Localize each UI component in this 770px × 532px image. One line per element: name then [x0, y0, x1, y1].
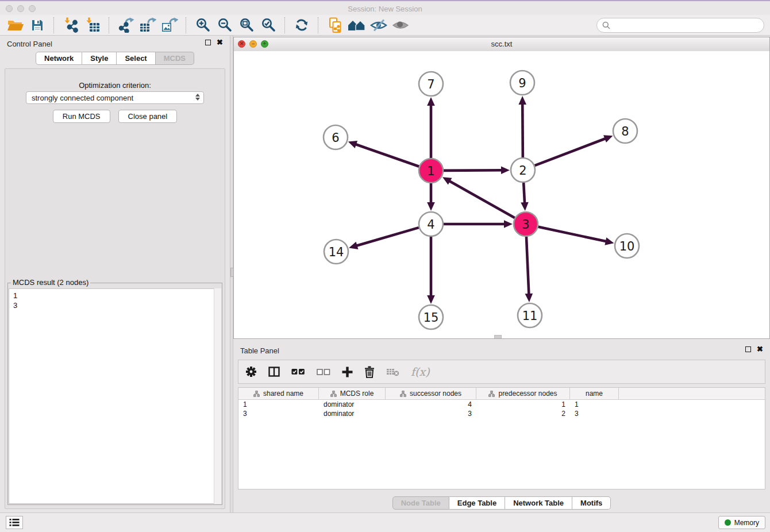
float-panel-icon[interactable] — [205, 40, 211, 45]
zoom-out-button[interactable] — [215, 17, 234, 34]
dropdown-stepper-icon — [195, 94, 200, 101]
tab-edge-table[interactable]: Edge Table — [449, 496, 505, 510]
arrowhead-icon — [525, 294, 533, 302]
node-table[interactable]: shared nameMCDS rolesuccessor nodesprede… — [238, 387, 765, 489]
close-panel-button[interactable]: Close panel — [118, 110, 178, 123]
column-label: predecessor nodes — [498, 390, 557, 398]
tab-select[interactable]: Select — [117, 52, 155, 65]
clone-network-button[interactable] — [325, 17, 345, 34]
export-network-icon — [117, 17, 134, 33]
mcds-result-text[interactable]: 1 3 — [9, 288, 221, 504]
search-input[interactable] — [613, 19, 764, 32]
edge-3-10[interactable] — [538, 227, 607, 242]
edge-3-1[interactable] — [448, 180, 514, 218]
export-table-button[interactable] — [138, 17, 157, 34]
network-window-titlebar[interactable]: ✕ – + scc.txt — [234, 37, 769, 52]
memory-button[interactable]: Memory — [718, 516, 765, 529]
zoom-fit-icon — [239, 17, 255, 33]
export-network-button[interactable] — [116, 17, 136, 34]
save-session-button[interactable] — [28, 17, 47, 34]
delete-row-trash-icon[interactable] — [364, 366, 375, 378]
open-session-button[interactable] — [6, 17, 25, 34]
table-cell[interactable]: 4 — [386, 400, 476, 409]
column-header-shared-name[interactable]: shared name — [238, 388, 319, 399]
table-row[interactable]: 1dominator411 — [238, 400, 765, 409]
close-panel-icon[interactable]: ✖ — [217, 39, 223, 46]
import-network-button[interactable] — [61, 17, 80, 34]
control-panel-title: Control Panel — [7, 40, 52, 48]
arrowhead-icon — [427, 202, 435, 211]
add-row-icon[interactable] — [342, 367, 353, 377]
clone-network-icon — [328, 17, 343, 33]
column-header-successor-nodes[interactable]: successor nodes — [386, 388, 476, 399]
arrowhead-icon — [504, 220, 513, 228]
export-image-button[interactable] — [160, 17, 179, 34]
edge-2-9[interactable] — [522, 103, 523, 157]
network-canvas[interactable]: 7968124314101511 — [234, 51, 769, 338]
column-label: shared name — [263, 390, 303, 398]
table-cell[interactable]: 3 — [238, 409, 319, 418]
column-chooser-icon[interactable] — [268, 367, 280, 377]
control-panel-tabs: NetworkStyleSelectMCDS — [0, 52, 230, 65]
tab-network-table[interactable]: Network Table — [505, 496, 572, 510]
import-table-button[interactable] — [83, 17, 102, 34]
tab-network[interactable]: Network — [36, 52, 82, 65]
tab-mcds[interactable]: MCDS — [156, 52, 194, 65]
tab-style[interactable]: Style — [82, 52, 117, 65]
result-scrollbar[interactable] — [214, 288, 221, 504]
import-table-icon — [84, 17, 101, 33]
float-table-panel-icon[interactable] — [745, 346, 751, 352]
column-label: successor nodes — [410, 390, 461, 398]
search-box[interactable] — [596, 18, 764, 33]
table-cell[interactable]: 2 — [476, 409, 570, 418]
table-row[interactable]: 3dominator323 — [238, 409, 765, 418]
edge-1-2[interactable] — [444, 170, 503, 171]
table-cell[interactable]: 1 — [238, 400, 319, 409]
open-folder-icon — [7, 18, 24, 32]
settings-gear-icon[interactable] — [245, 366, 257, 377]
column-header-MCDS-role[interactable]: MCDS role — [319, 388, 386, 399]
column-header-predecessor-nodes[interactable]: predecessor nodes — [476, 388, 570, 399]
table-panel: Table Panel ✖ — [233, 342, 770, 512]
task-history-button[interactable] — [6, 516, 23, 529]
criterion-value: strongly connected component — [32, 94, 133, 102]
run-mcds-button[interactable]: Run MCDS — [53, 110, 110, 123]
edge-3-11[interactable] — [526, 237, 529, 295]
zoom-in-button[interactable] — [193, 17, 213, 34]
edge-4-14[interactable] — [356, 228, 419, 246]
edge-1-6[interactable] — [355, 144, 419, 167]
table-cell[interactable]: 3 — [570, 409, 619, 418]
network-graph[interactable]: 7968124314101511 — [234, 51, 769, 338]
refresh-button[interactable] — [292, 17, 311, 34]
column-header-name[interactable]: name — [570, 388, 619, 399]
select-all-icon[interactable] — [291, 368, 305, 375]
table-cell[interactable]: dominator — [319, 409, 386, 418]
arrowhead-icon — [521, 202, 529, 211]
delete-table-icon[interactable] — [386, 367, 399, 376]
sort-tree-icon — [330, 391, 337, 397]
table-cell[interactable]: 1 — [570, 400, 619, 409]
arrowhead-icon — [427, 295, 435, 304]
node-label-15: 15 — [424, 311, 439, 325]
edge-2-8[interactable] — [535, 138, 607, 165]
table-cell[interactable]: 3 — [386, 409, 476, 418]
criterion-dropdown[interactable]: strongly connected component — [26, 91, 204, 104]
horizontal-splitter-handle[interactable] — [494, 335, 502, 338]
table-cell[interactable]: 1 — [476, 400, 570, 409]
export-image-icon — [161, 17, 178, 33]
tab-motifs[interactable]: Motifs — [572, 496, 611, 510]
tab-node-table[interactable]: Node Table — [392, 496, 449, 510]
arrowhead-icon — [518, 96, 526, 105]
close-table-panel-icon[interactable]: ✖ — [757, 346, 763, 353]
houses-button[interactable] — [347, 17, 367, 34]
hide-eye-button[interactable] — [369, 17, 388, 34]
deselect-all-icon[interactable] — [317, 369, 330, 375]
zoom-fit-button[interactable] — [237, 17, 256, 34]
zoom-out-icon — [217, 17, 233, 33]
edge-2-3[interactable] — [523, 183, 525, 204]
zoom-selected-button[interactable] — [259, 17, 278, 34]
optimization-criterion-label: Optimization criterion: — [5, 81, 225, 90]
function-builder-icon[interactable]: f(x) — [411, 365, 430, 378]
table-cell[interactable]: dominator — [319, 400, 386, 409]
show-eye-button[interactable] — [391, 17, 410, 34]
